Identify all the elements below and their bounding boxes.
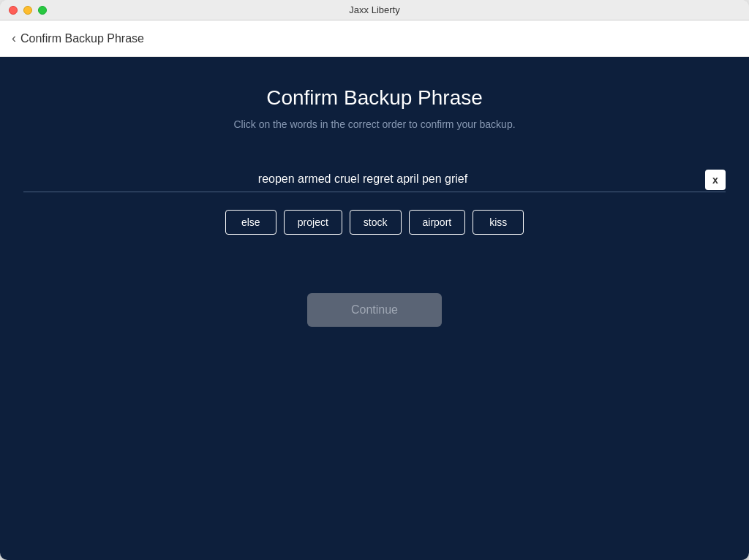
back-button[interactable]: ‹ Confirm Backup Phrase [12, 31, 144, 46]
title-bar: Jaxx Liberty [0, 0, 749, 20]
word-button-else[interactable]: else [225, 210, 276, 235]
close-button[interactable] [9, 6, 18, 15]
maximize-button[interactable] [38, 6, 47, 15]
nav-bar: ‹ Confirm Backup Phrase [0, 20, 749, 57]
page-title: Confirm Backup Phrase [266, 86, 483, 110]
page-subtitle: Click on the words in the correct order … [233, 118, 515, 130]
clear-button[interactable]: x [705, 170, 726, 190]
minimize-button[interactable] [23, 6, 32, 15]
back-arrow-icon: ‹ [12, 31, 16, 46]
nav-title: Confirm Backup Phrase [20, 32, 144, 45]
word-buttons-container: else project stock airport kiss [225, 210, 524, 235]
word-button-airport[interactable]: airport [409, 210, 466, 235]
word-button-project[interactable]: project [284, 210, 342, 235]
phrase-area: reopen armed cruel regret april pen grie… [23, 167, 726, 192]
traffic-lights [9, 6, 47, 15]
main-content: Confirm Backup Phrase Click on the words… [0, 57, 749, 560]
word-button-stock[interactable]: stock [350, 210, 402, 235]
word-button-kiss[interactable]: kiss [473, 210, 524, 235]
phrase-display: reopen armed cruel regret april pen grie… [23, 167, 726, 192]
app-window: Jaxx Liberty ‹ Confirm Backup Phrase Con… [0, 0, 749, 560]
window-title: Jaxx Liberty [349, 4, 399, 15]
continue-button[interactable]: Continue [307, 293, 442, 327]
